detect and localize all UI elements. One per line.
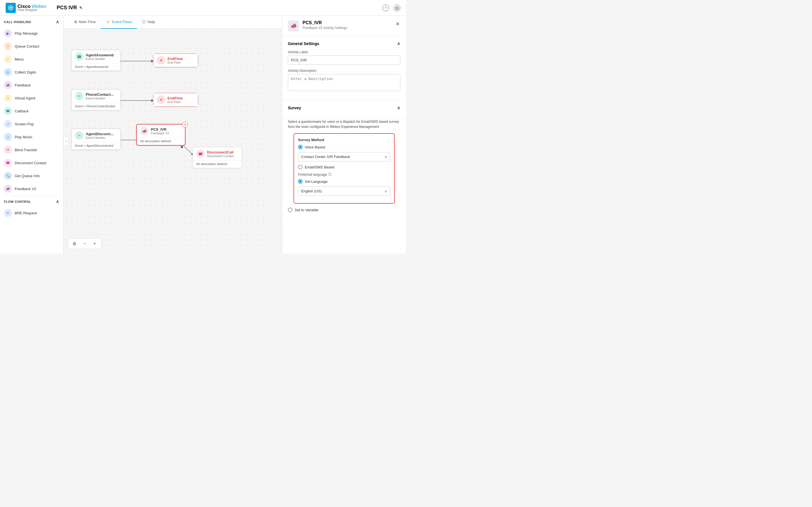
- logout-button[interactable]: ⏻: [394, 4, 400, 11]
- sidebar-item-callback[interactable]: ☎ Callback: [0, 105, 63, 117]
- call-handling-collapse[interactable]: ∧: [56, 19, 59, 24]
- node-header: ✂ AgentDisconn... Event Handler: [71, 129, 120, 142]
- activity-label-input[interactable]: [288, 55, 400, 65]
- sidebar-item-queue-contact[interactable]: ✂ Queue Contact: [0, 40, 63, 53]
- flow-control-label: FLOW CONTROL: [4, 200, 31, 203]
- email-sms-label: Email/SMS Based: [305, 165, 335, 169]
- feedback-v2-icon: 📣: [4, 185, 12, 193]
- set-to-variable-radio-group: Set to Variable: [288, 208, 400, 212]
- node-title: PhoneContact...: [86, 93, 114, 97]
- right-panel: 📣 PCS_IVR Feedback V2 Activity Settings …: [282, 16, 406, 253]
- voice-dropdown[interactable]: Contact Center IVR Feedback ∨: [298, 152, 390, 161]
- survey-method-box: Survey Method Voice Based Contact Center…: [294, 133, 395, 204]
- node-title: EndFlow: [167, 57, 183, 61]
- survey-label: Survey: [288, 106, 301, 110]
- node-title: AgentDisconn...: [86, 132, 114, 136]
- tab-help[interactable]: ⓘ Help: [137, 16, 160, 29]
- flow-title-text: PCS IVR: [57, 5, 77, 11]
- node-title: AgentAnswered: [86, 53, 114, 57]
- node-header: ✕ EndFlow End Flow: [153, 54, 198, 67]
- node-icon: 📣: [140, 127, 149, 135]
- language-dropdown[interactable]: English (US) ∨: [298, 186, 390, 196]
- sidebar-item-label: Blind Transfer: [15, 148, 37, 152]
- email-sms-radio[interactable]: [298, 165, 303, 169]
- header-right: ? ⏻: [382, 4, 400, 11]
- node-subtitle: End Flow: [167, 100, 183, 104]
- node-header: 📣 PCS_IVR Feedback V2: [137, 124, 185, 138]
- node-subtitle: End Flow: [167, 61, 183, 64]
- node-agent-disconn[interactable]: ✂ AgentDisconn... Event Handler Event = …: [71, 129, 121, 150]
- activity-desc-input[interactable]: [288, 74, 400, 91]
- node-icon: ✂: [75, 131, 84, 140]
- general-settings-toggle[interactable]: ∧: [397, 41, 400, 46]
- virtual-agent-icon: ⊡: [4, 94, 12, 102]
- node-title: EndFlow: [167, 96, 183, 100]
- svg-point-11: [181, 146, 183, 149]
- sidebar-item-get-queue-info[interactable]: 🔍 Get Queue Info: [0, 169, 63, 182]
- zoom-in-control[interactable]: +: [91, 240, 99, 247]
- node-body: No description defined: [137, 138, 185, 145]
- survey-toggle[interactable]: ∧: [397, 105, 400, 110]
- canvas[interactable]: ☎ AgentAnswered Event Handler Event = Ag…: [63, 29, 282, 253]
- panel-close-button[interactable]: ✕: [395, 20, 400, 27]
- language-dropdown-arrow: ∨: [385, 189, 387, 193]
- svg-rect-1: [10, 7, 11, 9]
- node-title-group: PCS_IVR Feedback V2: [151, 127, 169, 135]
- settings-control[interactable]: ⚙: [70, 240, 79, 247]
- help-button[interactable]: ?: [382, 4, 389, 11]
- pref-lang-info-icon: ⓘ: [328, 172, 332, 177]
- sidebar-item-play-message[interactable]: ▶ Play Message: [0, 27, 63, 40]
- set-language-radio[interactable]: [298, 179, 303, 184]
- panel-title: PCS_IVR: [303, 20, 347, 25]
- help-icon: ⓘ: [142, 19, 146, 24]
- node-icon: ☎: [75, 52, 84, 61]
- survey-section-header: Survey ∧: [288, 105, 400, 110]
- main-layout: CALL HANDLING ∧ ▶ Play Message ✂ Queue C…: [0, 16, 406, 253]
- node-pcs-ivr[interactable]: ✕ 📣 PCS_IVR Feedback V2 No description d…: [136, 124, 186, 146]
- node-phone-contact[interactable]: ✂ PhoneContact... Event Handler Event = …: [71, 89, 121, 110]
- sidebar-item-bre-request[interactable]: ≡ BRE Request: [0, 207, 63, 219]
- node-endflow-1[interactable]: ✕ EndFlow End Flow: [153, 54, 198, 67]
- header: CiscoWebex Flow Designer PCS IVR ✎ ? ⏻: [0, 0, 406, 16]
- voice-based-radio[interactable]: [298, 145, 303, 149]
- sidebar-item-blind-transfer[interactable]: ⟳ Blind Transfer: [0, 144, 63, 156]
- blind-transfer-icon: ⟳: [4, 146, 12, 154]
- node-subtitle: Feedback V2: [151, 131, 169, 135]
- collapse-sidebar-button[interactable]: ‹: [63, 136, 68, 146]
- sidebar-item-screen-pop[interactable]: ⤢ Screen Pop: [0, 117, 63, 130]
- flow-control-collapse[interactable]: ∧: [56, 199, 59, 204]
- node-close-icon[interactable]: ✕: [182, 122, 188, 127]
- node-header: ☎ DisconnectCall Disconnect Contact: [193, 147, 242, 161]
- pref-lang-label: Preferred language: [298, 173, 327, 177]
- node-subtitle: Event Handler: [86, 136, 114, 139]
- menu-icon: ≡: [4, 55, 12, 63]
- set-to-variable-radio[interactable]: [288, 208, 292, 212]
- sidebar-item-feedback[interactable]: 📣 Feedback: [0, 78, 63, 92]
- node-agent-answered[interactable]: ☎ AgentAnswered Event Handler Event = Ag…: [71, 50, 121, 71]
- set-language-label: Set Language: [305, 179, 327, 184]
- sidebar-item-menu[interactable]: ≡ Menu: [0, 53, 63, 66]
- sidebar-item-label: Disconnect Contact: [15, 161, 47, 165]
- node-body: Event = PhoneContactEnded: [71, 103, 120, 110]
- sidebar-item-label: Feedback: [15, 83, 31, 87]
- tabs-bar: ⊞ Main Flow ⚡ Event Flows ⓘ Help: [63, 16, 282, 29]
- zoom-out-control[interactable]: −: [81, 240, 89, 247]
- sidebar-item-virtual-agent[interactable]: ⊡ Virtual Agent: [0, 92, 63, 105]
- edit-icon[interactable]: ✎: [79, 6, 83, 10]
- sidebar-item-collect-digits[interactable]: ◎ Collect Digits: [0, 66, 63, 78]
- tab-event-flows[interactable]: ⚡ Event Flows: [101, 16, 137, 29]
- collect-digits-icon: ◎: [4, 68, 12, 76]
- node-disconnect-call[interactable]: ☎ DisconnectCall Disconnect Contact No d…: [193, 147, 242, 168]
- panel-icon: 📣: [288, 20, 299, 32]
- get-queue-info-icon: 🔍: [4, 172, 12, 180]
- tab-label: Help: [147, 20, 155, 24]
- node-desc: No description defined: [140, 139, 182, 143]
- panel-title-group: PCS_IVR Feedback V2 Activity Settings: [303, 20, 347, 30]
- tab-main-flow[interactable]: ⊞ Main Flow: [69, 16, 101, 29]
- sidebar-item-play-music[interactable]: ♫ Play Music: [0, 130, 63, 144]
- node-endflow-2[interactable]: ✕ EndFlow End Flow: [153, 93, 198, 107]
- sidebar-item-disconnect-contact[interactable]: ☎ Disconnect Contact: [0, 156, 63, 169]
- sidebar: CALL HANDLING ∧ ▶ Play Message ✂ Queue C…: [0, 16, 63, 253]
- sidebar-item-label: Play Music: [15, 135, 33, 139]
- sidebar-item-feedback-v2[interactable]: 📣 Feedback V2: [0, 182, 63, 195]
